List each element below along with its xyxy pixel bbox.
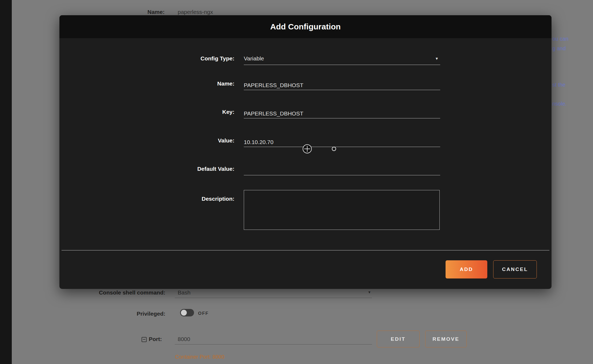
port-edit-button[interactable]: EDIT bbox=[377, 331, 420, 347]
key-field[interactable] bbox=[244, 109, 440, 118]
description-field[interactable] bbox=[244, 190, 440, 230]
console-shell-command-label: Console shell command: bbox=[43, 289, 165, 296]
value-field[interactable] bbox=[244, 137, 440, 147]
console-shell-underline bbox=[175, 298, 372, 298]
toggle-knob-icon bbox=[181, 310, 187, 316]
default-value-label: Default Value: bbox=[59, 166, 234, 172]
bg-help-text-fragment: g and bbox=[552, 45, 566, 52]
port-underline bbox=[175, 344, 372, 344]
privileged-state: OFF bbox=[198, 311, 209, 316]
dialog-header: Add Configuration bbox=[59, 15, 552, 38]
name-label: Name: bbox=[59, 80, 234, 87]
collapse-minus-icon[interactable] bbox=[142, 337, 147, 342]
container-port-text: Container Port: 8000 bbox=[175, 354, 225, 360]
bg-help-text-fragment: st the bbox=[552, 82, 565, 88]
footer-divider bbox=[62, 250, 549, 250]
default-value-field[interactable] bbox=[244, 166, 440, 175]
port-value[interactable]: 8000 bbox=[178, 336, 190, 342]
bg-help-text-fragment: ou can bbox=[552, 36, 568, 42]
privileged-toggle[interactable] bbox=[180, 309, 194, 316]
dialog-title: Add Configuration bbox=[270, 22, 341, 31]
chevron-down-icon: ▼ bbox=[435, 56, 439, 61]
privileged-label: Privileged: bbox=[43, 311, 165, 317]
cancel-button[interactable]: CANCEL bbox=[493, 260, 537, 278]
bg-name-label: Name: bbox=[147, 9, 165, 15]
config-type-select[interactable]: Variable ▼ bbox=[244, 55, 440, 65]
key-label: Key: bbox=[59, 109, 234, 115]
bg-name-value: paperless-ngx bbox=[178, 9, 213, 15]
config-type-selected-value: Variable bbox=[244, 55, 264, 61]
move-cursor-icon bbox=[303, 144, 312, 153]
description-label: Description: bbox=[59, 196, 234, 202]
config-type-label: Config Type: bbox=[59, 55, 234, 62]
chevron-down-icon: ▼ bbox=[368, 290, 371, 294]
add-button[interactable]: ADD bbox=[446, 260, 487, 278]
bg-help-text-fragment: nsole. bbox=[552, 101, 567, 107]
port-remove-button[interactable]: REMOVE bbox=[425, 331, 467, 347]
port-label: Port: bbox=[149, 336, 162, 342]
pointer-dot-icon bbox=[332, 147, 336, 151]
page-left-edge bbox=[0, 0, 12, 364]
name-field[interactable] bbox=[244, 80, 440, 90]
console-shell-command-value[interactable]: Bash bbox=[178, 289, 191, 296]
value-label: Value: bbox=[59, 137, 234, 144]
